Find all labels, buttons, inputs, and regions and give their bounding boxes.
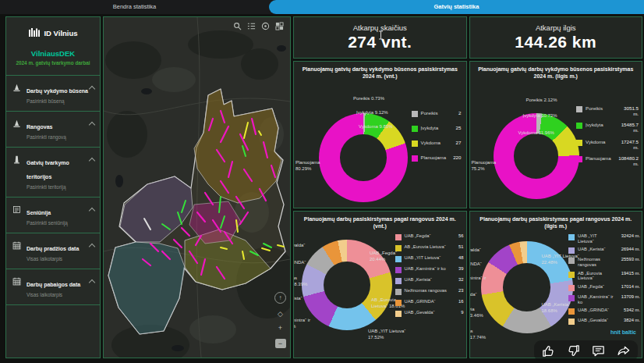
- legend-swatch: [576, 106, 582, 112]
- filter-placeholder: Visas laikotarpis: [27, 292, 88, 297]
- legend-value: 48: [453, 255, 464, 261]
- stat-value: 144.26 km: [515, 33, 596, 52]
- legend-value: 5342 m.: [617, 308, 640, 313]
- chevron-up-icon[interactable]: [89, 208, 95, 214]
- legend-value: 56: [453, 233, 464, 239]
- legend-value: 32424 m.: [617, 233, 640, 239]
- slice-callout: UAB „Kerista“ 11.68%: [293, 296, 330, 308]
- legend-row[interactable]: UAB „Kamintra“ ir ko39: [395, 266, 464, 273]
- app-subtitle: 2024 m. gatvių tvarkymo darbai: [6, 58, 100, 75]
- map-panel[interactable]: ↑◇+−: [103, 16, 291, 358]
- legend-row[interactable]: AB „Eurovia Lietuva“19415 m.: [568, 271, 640, 281]
- home-icon[interactable]: ◇: [278, 311, 283, 318]
- stat-card-atkarpu-ilgis: Atkarpų ilgis 144.26 km: [469, 16, 643, 59]
- sidebar-filter-3[interactable]: SeniūnijaPasirinkti seniūniją: [6, 197, 100, 233]
- legend-value: 25593 m.: [617, 257, 640, 262]
- chart-rangovai-vnt: Planuojamų darbų pasiskirstymas pagal ra…: [293, 211, 467, 358]
- legend-value: 9: [453, 310, 464, 315]
- search-icon[interactable]: [233, 22, 242, 30]
- legend-row[interactable]: Vykdoma17247.5 m.: [576, 139, 639, 150]
- legend-row[interactable]: Planuojama220: [412, 155, 462, 162]
- legend-label: UAB „Kerista“: [578, 247, 614, 252]
- legend-row[interactable]: AB „Eurovia Lietuva“51: [395, 244, 464, 251]
- legend-swatch: [568, 308, 575, 315]
- legend-row[interactable]: UAB „Kerista“32: [395, 277, 464, 284]
- filter-placeholder: Pasirinkti seniūniją: [27, 220, 68, 226]
- legend-row[interactable]: UAB „YIT Lietuva“48: [395, 255, 464, 262]
- legend-label: Nežinomas rangovas: [405, 288, 450, 294]
- zoom-out-icon[interactable]: −: [275, 339, 286, 348]
- filter-placeholder: Pasirinkti rangovą: [27, 134, 66, 140]
- slice-callout: Planuojama 75.2%: [472, 160, 497, 173]
- slice-callout: UAB „GRINDA“: [469, 262, 506, 268]
- filter-placeholder: Visas laikotarpis: [27, 256, 87, 262]
- legend-row[interactable]: UAB „GRINDA“16: [395, 299, 464, 306]
- legend-row[interactable]: Nežinomas rangovas25593 m.: [568, 257, 640, 267]
- legend-label: Vykdoma: [421, 140, 448, 145]
- dashboard: Bendra statistika Gatvių statistika ID V…: [0, 0, 644, 363]
- legend-swatch: [576, 123, 582, 129]
- filter-label: Darbų vykdymo būsena: [27, 88, 96, 94]
- thumbs-down-icon[interactable]: [566, 343, 581, 358]
- sidebar-filter-5[interactable]: Darbų pabaigos dataVisas laikotarpis: [6, 269, 100, 304]
- compass-icon[interactable]: ↑: [274, 292, 286, 304]
- legend-label: UAB „GRINDA“: [405, 299, 450, 304]
- chevron-up-icon[interactable]: [89, 244, 95, 250]
- legend-row[interactable]: Nežinomas rangovas23: [395, 288, 464, 295]
- legend-swatch: [568, 258, 575, 264]
- legend-row[interactable]: UAB „Fegda“17014 m.: [568, 284, 640, 291]
- sidebar-filter-4[interactable]: Darbų pradžios dataVisas laikotarpis: [6, 233, 100, 269]
- legend-row[interactable]: UAB „Kamintra“ ir ko13709 m.: [568, 294, 640, 304]
- legend-row[interactable]: UAB „Gevalda“9: [395, 310, 464, 317]
- hnit-baltic-watermark: hnit baltic: [610, 329, 636, 335]
- legend-row[interactable]: Planuojama108480.2 m.: [576, 155, 639, 166]
- zoom-in-icon[interactable]: +: [278, 325, 282, 332]
- legend-swatch: [395, 278, 402, 284]
- tab-gatviu-statistika[interactable]: Gatvių statistika: [269, 0, 644, 14]
- legend-row[interactable]: Įvykdyta25: [412, 125, 462, 132]
- legend-row[interactable]: UAB „Gevalda“3824 m.: [568, 318, 640, 325]
- legend-value: 19415 m.: [617, 271, 640, 276]
- chevron-up-icon[interactable]: [89, 122, 95, 128]
- chevron-up-icon[interactable]: [89, 279, 95, 286]
- share-icon[interactable]: [616, 343, 631, 358]
- legend-row[interactable]: UAB „Kerista“26944 m.: [568, 247, 640, 254]
- legend-row[interactable]: Poreikis3051.5 m.: [576, 105, 639, 116]
- legend-swatch: [568, 247, 575, 254]
- thumbs-up-icon[interactable]: [541, 343, 556, 358]
- legend-swatch: [395, 234, 402, 240]
- legend-swatch: [395, 289, 402, 295]
- slice-callout: Poreikis 0.73%: [353, 96, 384, 102]
- legend-value: 220: [451, 155, 462, 160]
- legend-row[interactable]: Vykdoma27: [412, 140, 462, 147]
- basemap-icon[interactable]: [275, 22, 284, 30]
- legend-icon[interactable]: [247, 22, 256, 30]
- cone-icon: [11, 118, 23, 140]
- slice-callout: UAB „GRINDA“: [293, 260, 330, 266]
- legend-label: UAB „Fegda“: [578, 284, 614, 290]
- legend-label: Planuojama: [421, 155, 448, 160]
- legend-swatch: [568, 234, 575, 240]
- legend-row[interactable]: UAB „GRINDA“5342 m.: [568, 308, 640, 315]
- legend-label: Įvykdyta: [586, 122, 615, 127]
- legend-value: 25: [451, 125, 462, 130]
- sidebar-filter-2[interactable]: Gatvių tvarkymo teritorijosPasirinkti te…: [6, 147, 100, 197]
- legend-swatch: [568, 319, 575, 325]
- legend-swatch: [395, 245, 402, 251]
- legend-label: Nežinomas rangovas: [578, 257, 614, 267]
- legend-swatch: [412, 111, 418, 117]
- sidebar-filter-0[interactable]: Darbų vykdymo būsenaPasirinkti būseną: [6, 75, 100, 111]
- legend-row[interactable]: Poreikis2: [412, 110, 462, 117]
- layers-icon[interactable]: [261, 22, 270, 30]
- legend-label: UAB „Fegda“: [405, 233, 450, 239]
- sidebar-filter-1[interactable]: RangovasPasirinkti rangovą: [6, 111, 100, 147]
- legend-row[interactable]: Įvykdyta15485.7 m.: [576, 122, 639, 133]
- legend-row[interactable]: UAB „Fegda“56: [395, 233, 464, 240]
- legend-swatch: [568, 272, 575, 278]
- tab-bendra-statistika[interactable]: Bendra statistika: [0, 0, 269, 14]
- comment-icon[interactable]: [591, 343, 606, 358]
- legend-row[interactable]: UAB „YIT Lietuva“32424 m.: [568, 233, 640, 244]
- legend-value: 23: [453, 288, 464, 294]
- chart-legend: UAB „Fegda“56AB „Eurovia Lietuva“51UAB „…: [395, 233, 464, 317]
- legend-value: 15485.7 m.: [618, 122, 639, 133]
